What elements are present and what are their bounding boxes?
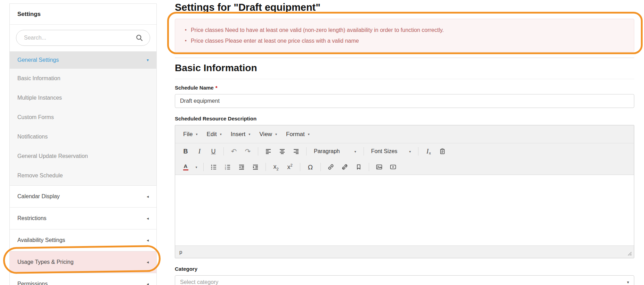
bullet-icon: • (185, 25, 187, 35)
font-color-button[interactable]: A (179, 161, 192, 173)
insert-image-button[interactable] (373, 161, 386, 173)
special-character-button[interactable]: Ω (304, 161, 317, 173)
underline-button[interactable]: U (207, 146, 220, 157)
search-icon[interactable] (136, 34, 143, 42)
toolbar-separator (258, 147, 258, 156)
toolbar-separator (306, 147, 307, 156)
undo-button[interactable]: ↶ (227, 146, 241, 157)
bookmark-icon (356, 164, 362, 170)
redo-button[interactable]: ↷ (241, 146, 254, 157)
bold-icon: B (184, 148, 188, 155)
insert-link-button[interactable] (324, 161, 337, 173)
editor-content[interactable] (175, 175, 634, 245)
basic-information-panel: Basic Information Schedule Name* Schedul… (175, 58, 634, 285)
description-label: Scheduled Resource Description (175, 116, 634, 121)
caret-down-icon: ▾ (220, 132, 222, 136)
category-select[interactable]: Select category ▾ (175, 275, 634, 285)
sidebar-item-label: Restrictions (17, 215, 47, 222)
toolbar-separator (300, 163, 300, 171)
alert-text: Price classes Need to have at least one … (191, 25, 444, 35)
caret-down-icon: ▾ (354, 150, 356, 153)
sidebar-item-label: Multiple Instances (17, 94, 62, 102)
sidebar-item-custom-forms[interactable]: Custom Forms (10, 108, 156, 127)
sidebar-item-label: Basic Information (17, 75, 60, 82)
media-icon (390, 164, 396, 170)
sidebar-item-general-update-reservation[interactable]: General Update Reservation (10, 146, 156, 166)
font-color-icon: A (183, 164, 188, 170)
caret-down-icon: ▾ (248, 132, 250, 136)
toolbar-separator (223, 147, 224, 156)
redo-icon: ↷ (245, 147, 251, 156)
sidebar-item-label: Usage Types & Pricing (17, 258, 74, 266)
sidebar-item-multiple-instances[interactable]: Multiple Instances (10, 88, 156, 108)
caret-down-icon: ▾ (627, 280, 629, 285)
superscript-icon: x2 (287, 163, 292, 171)
align-center-icon (279, 148, 285, 154)
bullet-list-button[interactable] (207, 161, 220, 173)
sidebar-search (10, 25, 156, 51)
image-icon (376, 164, 382, 170)
schedule-name-input[interactable] (175, 94, 634, 108)
align-left-button[interactable] (262, 146, 275, 157)
paragraph-style-dropdown[interactable]: Paragraph ▾ (310, 146, 360, 157)
decrease-indent-button[interactable] (235, 161, 248, 173)
resize-grip-icon[interactable] (627, 251, 632, 257)
bullet-icon: • (185, 35, 187, 46)
italic-button[interactable]: I (193, 146, 206, 157)
paste-button[interactable] (436, 146, 449, 157)
sidebar-title: Settings (10, 4, 156, 25)
category-label: Category (175, 266, 634, 272)
font-sizes-dropdown[interactable]: Font Sizes ▾ (367, 146, 415, 157)
sidebar-item-calendar-display[interactable]: Calendar Display ◂ (10, 185, 156, 207)
menu-file[interactable]: File ▾ (179, 128, 202, 141)
omega-icon: Ω (308, 164, 313, 171)
link-icon (328, 164, 334, 170)
editor-menubar: File ▾ Edit ▾ Insert ▾ View ▾ Format ▾ (175, 125, 634, 143)
caret-left-icon: ◂ (147, 280, 149, 285)
menu-edit[interactable]: Edit ▾ (202, 128, 226, 141)
underline-icon: U (211, 148, 216, 155)
toolbar-separator (320, 163, 321, 171)
caret-down-icon: ▾ (275, 132, 277, 136)
font-color-picker-dropdown[interactable]: ▾ (193, 161, 200, 173)
caret-down-icon: ▾ (147, 56, 149, 64)
search-input[interactable] (16, 30, 150, 46)
numbered-list-button[interactable]: 1 2 3 (221, 161, 234, 173)
bold-button[interactable]: B (179, 146, 192, 157)
align-right-button[interactable] (290, 146, 303, 157)
increase-indent-button[interactable] (249, 161, 262, 173)
sidebar-item-remove-schedule[interactable]: Remove Schedule (10, 166, 156, 185)
menu-insert[interactable]: Insert ▾ (226, 128, 255, 141)
superscript-button[interactable]: x2 (283, 161, 296, 173)
align-center-button[interactable] (276, 146, 289, 157)
sidebar-item-usage-types-pricing[interactable]: Usage Types & Pricing ◂ (10, 251, 156, 273)
sidebar-item-general-settings[interactable]: General Settings ▾ (10, 51, 156, 69)
subscript-button[interactable]: x2 (269, 161, 283, 173)
insert-media-button[interactable] (386, 161, 400, 173)
alert-text: Price classes Please enter at least one … (191, 35, 359, 46)
sidebar-item-permissions[interactable]: Permissions ◂ (10, 273, 156, 285)
alert-message: • Price classes Please enter at least on… (185, 35, 624, 46)
sidebar-item-notifications[interactable]: Notifications (10, 127, 156, 146)
sidebar-item-availability-settings[interactable]: Availability Settings ◂ (10, 229, 156, 251)
alert-message: • Price classes Need to have at least on… (185, 25, 624, 35)
align-right-icon (293, 148, 299, 154)
numbered-list-icon: 1 2 3 (225, 164, 231, 170)
rich-text-editor: File ▾ Edit ▾ Insert ▾ View ▾ Format ▾ (175, 125, 634, 258)
toolbar-separator (418, 147, 418, 156)
sidebar-item-label: Permissions (17, 280, 48, 285)
sidebar-item-restrictions[interactable]: Restrictions ◂ (10, 207, 156, 229)
schedule-name-label: Schedule Name* (175, 85, 634, 91)
element-path[interactable]: p (179, 249, 182, 255)
bullet-list-icon (211, 164, 217, 170)
clear-formatting-button[interactable]: I x (422, 146, 435, 157)
menu-format[interactable]: Format ▾ (282, 128, 314, 141)
anchor-button[interactable] (352, 161, 365, 173)
sidebar-item-basic-information[interactable]: Basic Information (10, 69, 156, 88)
decrease-indent-icon (238, 164, 245, 170)
unlink-button[interactable] (338, 161, 351, 173)
subscript-icon: x2 (273, 163, 278, 171)
menu-view[interactable]: View ▾ (255, 128, 282, 141)
undo-icon: ↶ (231, 147, 237, 156)
sidebar-item-label: General Settings (17, 56, 59, 64)
